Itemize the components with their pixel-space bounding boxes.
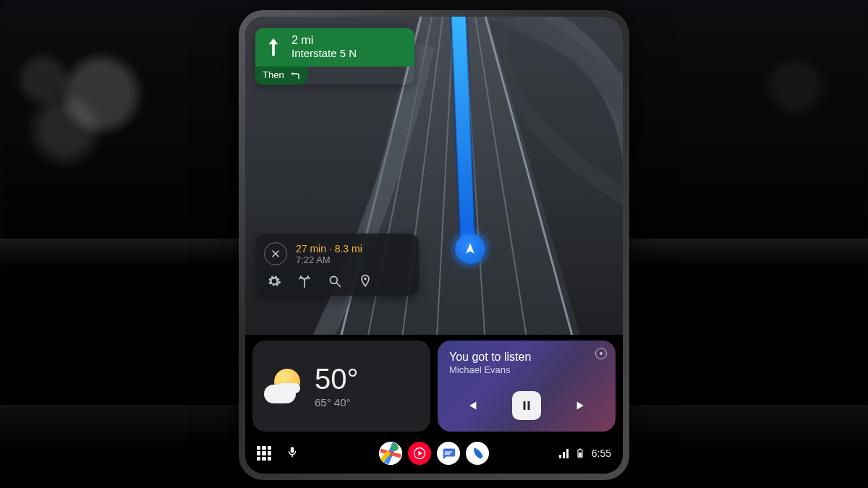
svg-rect-12 [291,447,294,453]
direction-road: Interstate 5 N [292,47,357,59]
svg-rect-18 [579,449,581,450]
weather-low: 40° [334,396,351,408]
navigation-map[interactable]: 2 mi Interstate 5 N Then [245,17,623,335]
then-label: Then [263,69,284,80]
messages-icon [441,445,456,461]
svg-line-8 [337,283,341,287]
app-phone[interactable] [466,442,489,465]
media-pause-button[interactable] [512,391,541,420]
turn-left-icon [289,70,300,80]
direction-distance: 2 mi [292,34,357,47]
search-button[interactable] [328,274,342,288]
media-track-title: You got to listen [449,351,604,364]
weather-current-temp: 50° [315,364,359,393]
direction-primary: 2 mi Interstate 5 N [255,28,414,67]
close-icon [271,249,281,259]
weather-card[interactable]: 50° 65° 40° [252,341,430,432]
cards-row: 50° 65° 40° You got to listen Michael Ev… [252,341,616,432]
trip-panel: 27 min · 8.3 mi 7:22 AM [255,234,419,296]
media-prev-button[interactable] [464,398,480,414]
pause-icon [520,399,533,412]
gear-icon [267,274,281,288]
svg-rect-17 [579,453,582,457]
search-icon [328,274,342,288]
skip-prev-icon [464,398,480,414]
voice-assistant-button[interactable] [286,445,299,461]
app-messages[interactable] [437,442,460,465]
weather-range: 65° 40° [315,396,359,408]
trip-arrival-time: 7:22 AM [296,254,362,265]
media-source-icon [595,348,607,359]
media-artist: Michael Evans [449,364,604,375]
youtube-music-icon [412,446,427,461]
signal-icon [559,448,569,458]
direction-card[interactable]: 2 mi Interstate 5 N Then [255,28,414,85]
app-youtube-music[interactable] [408,442,431,465]
tablet-device: 2 mi Interstate 5 N Then [239,10,629,480]
phone-icon [470,446,485,461]
weather-high: 65° [315,396,331,408]
screen: 2 mi Interstate 5 N Then [245,17,623,474]
app-launcher-button[interactable] [257,446,271,461]
add-stop-button[interactable] [358,274,373,288]
app-grid-icon [257,446,271,461]
alt-route-icon [297,274,312,288]
svg-rect-11 [527,401,529,410]
svg-point-7 [330,276,337,283]
maps-icon [379,442,402,465]
battery-icon [577,448,583,458]
trip-eta-line: 27 min · 8.3 mi [296,243,362,254]
weather-icon [264,366,305,406]
status-clock: 6:55 [592,448,611,459]
current-location-marker [455,234,485,264]
svg-point-9 [364,278,366,280]
app-maps[interactable] [379,442,402,465]
svg-rect-10 [523,401,525,410]
end-navigation-button[interactable] [264,242,287,265]
media-card[interactable]: You got to listen Michael Evans [438,341,616,432]
system-bar: 6:55 [245,433,623,474]
svg-point-14 [391,444,399,451]
direction-then: Then [255,67,307,85]
nav-arrow-icon [463,241,477,256]
app-dock [379,442,489,465]
media-next-button[interactable] [574,398,590,414]
nav-settings-button[interactable] [267,274,281,288]
direction-arrow-icon [263,37,284,57]
skip-next-icon [574,398,590,414]
alt-routes-button[interactable] [297,274,312,288]
pin-icon [358,274,373,288]
mic-icon [286,445,299,458]
